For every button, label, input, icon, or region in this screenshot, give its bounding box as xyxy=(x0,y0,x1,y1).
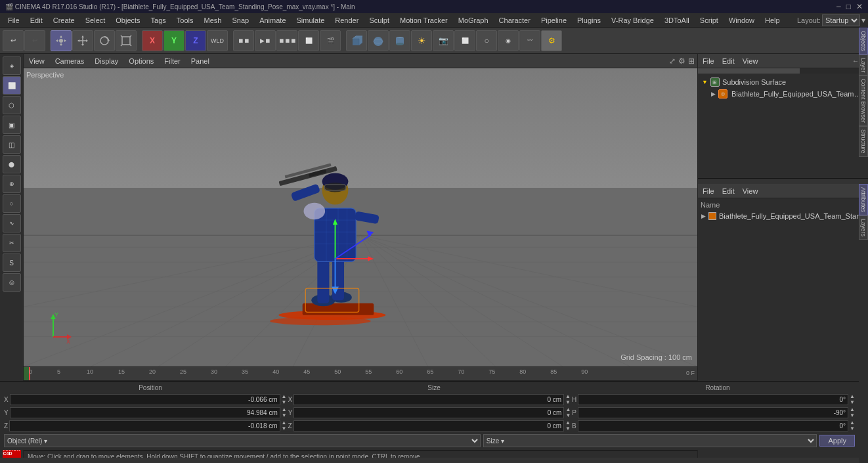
obj-file-btn[interactable]: File xyxy=(701,56,716,66)
undo-button[interactable]: ↩ xyxy=(3,30,24,51)
floor-btn[interactable]: ⬜ xyxy=(454,30,475,51)
vp-menu-filter[interactable]: Filter xyxy=(162,56,183,66)
viewport-settings-icon[interactable]: ⚙ xyxy=(678,56,685,66)
attr-file-btn[interactable]: File xyxy=(701,187,716,196)
world-btn[interactable]: WLD xyxy=(207,30,228,51)
menu-mograph[interactable]: MoGraph xyxy=(453,15,494,26)
menu-snap[interactable]: Snap xyxy=(227,15,254,26)
layout-select[interactable]: Startup xyxy=(822,14,860,26)
vp-menu-cameras[interactable]: Cameras xyxy=(53,56,87,66)
menu-vray[interactable]: V-Ray Bridge xyxy=(606,15,659,26)
z-pos-arrow[interactable]: ▲▼ xyxy=(282,420,287,431)
y-pos-input[interactable]: 94.984 cm xyxy=(10,407,280,418)
menu-help[interactable]: Help xyxy=(760,15,785,26)
render-all-btn[interactable]: ⏹⏹⏹ xyxy=(276,30,297,51)
vp-menu-view[interactable]: View xyxy=(26,56,47,66)
viewport-expand-icon[interactable]: ⤢ xyxy=(669,56,676,66)
close-button[interactable]: ✕ xyxy=(856,2,863,11)
viewport[interactable]: Y X Y X Perspective Grid Spacing : 100 c… xyxy=(24,68,697,366)
menu-sculpt[interactable]: Sculpt xyxy=(364,15,395,26)
layout-arrow[interactable]: ▾ xyxy=(861,16,865,25)
right-panel-bottom-scrollbar[interactable] xyxy=(0,458,859,463)
menu-character[interactable]: Character xyxy=(494,15,536,26)
x-size-arrow[interactable]: ▲▼ xyxy=(565,393,571,405)
settings-btn[interactable]: ⚙ xyxy=(541,30,562,51)
obj-view-btn[interactable]: View xyxy=(741,56,760,66)
menu-pipeline[interactable]: Pipeline xyxy=(536,15,572,26)
apply-button[interactable]: Apply xyxy=(819,435,855,447)
move-tool[interactable] xyxy=(51,30,72,51)
tab-objects[interactable]: Objects xyxy=(859,28,868,55)
sidebar-poly-btn[interactable]: ▣ xyxy=(3,116,21,134)
coord-mode-dropdown[interactable]: Object (Rel) ▾ xyxy=(4,434,481,447)
scale-tool[interactable] xyxy=(116,30,137,51)
menu-mesh[interactable]: Mesh xyxy=(199,15,227,26)
tab-layers[interactable]: Layers xyxy=(859,215,868,240)
cylinder-btn[interactable] xyxy=(389,30,410,51)
sidebar-uvw-btn[interactable]: ◫ xyxy=(3,135,21,154)
menu-motion-tracker[interactable]: Motion Tracker xyxy=(395,15,453,26)
render-btn[interactable]: 🎬 xyxy=(320,30,341,51)
p-rot-input[interactable]: -90° xyxy=(578,407,848,418)
x-pos-arrow[interactable]: ▲▼ xyxy=(282,393,287,405)
menu-edit[interactable]: Edit xyxy=(25,15,48,26)
attr-view-btn[interactable]: View xyxy=(741,187,760,196)
menu-plugins[interactable]: Plugins xyxy=(572,15,606,26)
y-size-input[interactable]: 0 cm xyxy=(293,407,564,418)
material-btn[interactable]: ◉ xyxy=(498,30,519,51)
translate-tool[interactable] xyxy=(72,30,93,51)
tab-attributes[interactable]: Attributes xyxy=(859,184,868,215)
x-size-input[interactable]: 0 cm xyxy=(293,394,564,405)
menu-render[interactable]: Render xyxy=(330,15,364,26)
menu-3dtoall[interactable]: 3DToAll xyxy=(659,15,695,26)
sidebar-null-btn[interactable]: ○ xyxy=(3,194,21,213)
z-axis-btn[interactable]: Z xyxy=(185,30,206,51)
sky-btn[interactable]: ○ xyxy=(476,30,497,51)
obj-edit-btn[interactable]: Edit xyxy=(720,56,737,66)
vp-menu-panel[interactable]: Panel xyxy=(188,56,212,66)
y-pos-arrow[interactable]: ▲▼ xyxy=(282,407,287,418)
coord-size-dropdown[interactable]: Size ▾ xyxy=(483,434,817,447)
minimize-button[interactable]: – xyxy=(836,2,841,11)
attr-edit-btn[interactable]: Edit xyxy=(720,187,737,196)
rotate-tool[interactable] xyxy=(94,30,115,51)
menu-file[interactable]: File xyxy=(3,15,25,26)
frame-btn[interactable]: ⏹⏹ xyxy=(233,30,254,51)
sidebar-mode-btn[interactable]: ◈ xyxy=(3,56,21,75)
b-rot-input[interactable]: 0° xyxy=(578,420,848,431)
render-region-btn[interactable]: ⬜ xyxy=(298,30,319,51)
tab-structure[interactable]: Structure xyxy=(859,126,868,157)
sidebar-point-btn[interactable]: ⬜ xyxy=(3,76,21,95)
obj-scrollbar[interactable] xyxy=(698,68,868,74)
h-rot-input[interactable]: 0° xyxy=(578,394,848,405)
x-axis-btn[interactable]: X xyxy=(142,30,163,51)
menu-tools[interactable]: Tools xyxy=(171,15,199,26)
tab-layer[interactable]: Layer xyxy=(859,55,868,76)
menu-simulate[interactable]: Simulate xyxy=(292,15,330,26)
panel-scrollbar[interactable] xyxy=(698,179,868,184)
y-size-arrow[interactable]: ▲▼ xyxy=(565,407,571,418)
menu-create[interactable]: Create xyxy=(48,15,80,26)
tab-content-browser[interactable]: Content Browser xyxy=(859,76,868,126)
z-size-input[interactable]: 0 cm xyxy=(293,420,564,431)
redo-button[interactable]: ↩ xyxy=(24,30,45,51)
render-view-btn[interactable]: ▶⏹ xyxy=(255,30,276,51)
p-rot-arrow[interactable]: ▲▼ xyxy=(850,407,855,418)
sphere-btn[interactable] xyxy=(368,30,389,51)
menu-script[interactable]: Script xyxy=(695,15,724,26)
sidebar-spline-btn[interactable]: ∿ xyxy=(3,214,21,232)
vp-menu-display[interactable]: Display xyxy=(92,56,121,66)
menu-objects[interactable]: Objects xyxy=(110,15,145,26)
y-axis-btn[interactable]: Y xyxy=(163,30,184,51)
attr-item-main[interactable]: ▶ Biathlete_Fully_Equipped_USA_Team_Stan xyxy=(701,211,865,221)
z-pos-input[interactable]: -0.018 cm xyxy=(9,420,280,431)
sidebar-edge-btn[interactable]: ⬡ xyxy=(3,96,21,114)
sidebar-magnet-btn[interactable]: S xyxy=(3,254,21,272)
menu-window[interactable]: Window xyxy=(724,15,760,26)
cube-btn[interactable] xyxy=(346,30,367,51)
vp-menu-options[interactable]: Options xyxy=(126,56,156,66)
viewport-fullscreen-icon[interactable]: ⊞ xyxy=(688,56,695,66)
x-pos-input[interactable]: -0.066 cm xyxy=(10,394,280,405)
sidebar-live-btn[interactable]: ⬤ xyxy=(3,155,21,173)
b-rot-arrow[interactable]: ▲▼ xyxy=(850,420,855,431)
